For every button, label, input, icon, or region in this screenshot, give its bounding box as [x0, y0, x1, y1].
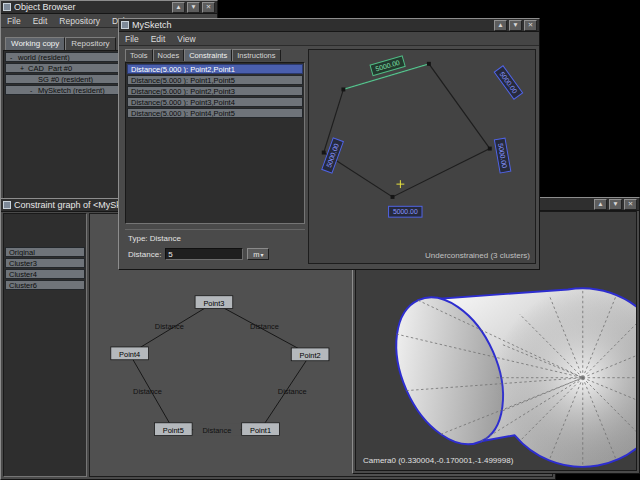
object-browser-titlebar[interactable]: Object Browser ▲ ▼ ✕ — [1, 1, 217, 14]
window-title: Object Browser — [14, 2, 76, 12]
node-label: Point4 — [119, 350, 140, 359]
sketch-svg: 5000.00 5000.00 5000.00 5000.00 — [309, 50, 535, 263]
tree-expander-icon[interactable]: + — [20, 65, 28, 72]
desktop: Object Browser ▲ ▼ ✕ File Edit Repositor… — [0, 0, 640, 480]
constraint-row[interactable]: Distance(5.000 ): Point2,Point3 — [127, 86, 303, 96]
cluster-row-cluster6[interactable]: Cluster6 — [5, 280, 85, 290]
graph-node-point3[interactable]: Point3 — [195, 296, 233, 309]
tab-working-copy[interactable]: Working copy — [5, 37, 65, 50]
edge-label: Distance — [202, 426, 231, 435]
distance-editor: Distance: m ▾ — [128, 248, 269, 260]
graph-node-point1[interactable]: Point1 — [242, 423, 280, 436]
window-controls: ▲ ▼ ✕ — [494, 20, 537, 31]
window-icon — [3, 3, 11, 11]
tree-row-label: world (resident) — [18, 53, 70, 62]
tree-row-label: CAD_Part #0 — [28, 64, 72, 73]
dropdown-arrow-icon: ▾ — [260, 251, 263, 258]
cluster-label: Cluster4 — [9, 270, 37, 279]
dimension-label[interactable]: 5000.00 — [389, 206, 422, 217]
mysketch-left-panel: Tools Nodes Constraints Instructions Dis… — [125, 49, 305, 264]
cluster-label: Cluster3 — [9, 259, 37, 268]
dimension-label[interactable]: 5000.00 — [494, 66, 522, 100]
pentagon-outline[interactable] — [324, 64, 490, 197]
constraint-label: Distance(5.000 ): Point2,Point1 — [131, 65, 235, 74]
edge-label: Distance — [278, 387, 307, 396]
distance-input[interactable] — [165, 248, 243, 260]
window-controls: ▲ ▼ ✕ — [594, 199, 637, 210]
shade-button[interactable]: ▲ — [594, 199, 607, 210]
iconify-button[interactable]: ▼ — [509, 20, 522, 31]
mysketch-titlebar[interactable]: MySketch ▲ ▼ ✕ — [119, 19, 539, 32]
tab-constraints[interactable]: Constraints — [184, 49, 232, 61]
distance-label: Distance: — [128, 250, 161, 259]
menu-edit[interactable]: Edit — [145, 34, 172, 44]
object-browser-tabs: Working copy Repository — [5, 37, 116, 50]
tree-row-label: MySketch (resident) — [38, 86, 105, 95]
window-icon — [3, 201, 11, 209]
tab-repository[interactable]: Repository — [65, 37, 115, 50]
close-button[interactable]: ✕ — [524, 20, 537, 31]
cluster-row-cluster3[interactable]: Cluster3 — [5, 258, 85, 268]
unit-dropdown[interactable]: m ▾ — [247, 248, 269, 260]
close-button[interactable]: ✕ — [624, 199, 637, 210]
tree-row-label: SG #0 (resident) — [38, 75, 93, 84]
tab-tools[interactable]: Tools — [125, 49, 153, 61]
constraint-label: Distance(5.000 ): Point4,Point5 — [131, 109, 235, 118]
iconify-button[interactable]: ▼ — [187, 2, 200, 13]
close-button[interactable]: ✕ — [202, 2, 215, 13]
constraint-label: Distance(5.000 ): Point3,Point4 — [131, 98, 235, 107]
divider — [125, 229, 305, 230]
mysketch-menubar: File Edit View — [119, 32, 539, 46]
tree-expander-icon[interactable]: - — [30, 87, 38, 94]
cluster-label: Original — [9, 248, 35, 257]
constraint-row[interactable]: Distance(5.000 ): Point2,Point1 — [127, 64, 303, 74]
constraint-list: Distance(5.000 ): Point2,Point1 Distance… — [125, 62, 305, 224]
cluster-label: Cluster6 — [9, 281, 37, 290]
window-title: MySketch — [132, 20, 172, 30]
shade-button[interactable]: ▲ — [494, 20, 507, 31]
menu-file[interactable]: File — [119, 34, 145, 44]
constraint-label: Distance(5.000 ): Point2,Point3 — [131, 87, 235, 96]
cluster-list: Original Cluster3 Cluster4 Cluster6 — [3, 213, 87, 477]
mysketch-window: MySketch ▲ ▼ ✕ File Edit View Tools Node… — [118, 18, 540, 270]
camera-readout: Camera0 (0.330004,-0.170001,-1.499998) — [363, 456, 513, 465]
unit-value: m — [253, 250, 259, 259]
graph-node-point5[interactable]: Point5 — [154, 423, 192, 436]
tab-instructions[interactable]: Instructions — [232, 49, 280, 61]
cluster-row-original[interactable]: Original — [5, 247, 85, 257]
cluster-row-cluster4[interactable]: Cluster4 — [5, 269, 85, 279]
constraint-row[interactable]: Distance(5.000 ): Point1,Point5 — [127, 75, 303, 85]
iconify-button[interactable]: ▼ — [609, 199, 622, 210]
node-label: Point1 — [250, 426, 271, 435]
mysketch-tabs: Tools Nodes Constraints Instructions — [125, 49, 305, 61]
edge-label: Distance — [250, 322, 279, 331]
node-label: Point3 — [203, 299, 224, 308]
solver-status: Underconstrained (3 clusters) — [425, 251, 530, 260]
constraint-row[interactable]: Distance(5.000 ): Point3,Point4 — [127, 97, 303, 107]
edge-label: Distance — [155, 322, 184, 331]
cursor-cross-icon — [396, 180, 404, 188]
node-label: Point2 — [300, 351, 321, 360]
constraint-type-label: Type: Distance — [128, 234, 181, 243]
tree-expander-icon[interactable]: - — [10, 54, 18, 61]
constraint-row[interactable]: Distance(5.000 ): Point4,Point5 — [127, 108, 303, 118]
menu-view[interactable]: View — [171, 34, 201, 44]
graph-node-point4[interactable]: Point4 — [111, 347, 149, 360]
window-controls: ▲ ▼ ✕ — [172, 2, 215, 13]
pentagon-vertices — [322, 62, 492, 199]
dimension-label[interactable]: 5000.00 — [494, 138, 510, 173]
edge-label: Distance — [133, 387, 162, 396]
mysketch-content: Tools Nodes Constraints Instructions Dis… — [122, 47, 536, 266]
shade-button[interactable]: ▲ — [172, 2, 185, 13]
graph-node-point2[interactable]: Point2 — [291, 348, 329, 361]
menu-repository[interactable]: Repository — [53, 16, 106, 26]
menu-file[interactable]: File — [1, 16, 27, 26]
constraint-label: Distance(5.000 ): Point1,Point5 — [131, 76, 235, 85]
node-label: Point5 — [163, 426, 184, 435]
window-icon — [121, 21, 129, 29]
dimension-label[interactable]: 5000.00 — [322, 138, 344, 173]
sketch-canvas[interactable]: 5000.00 5000.00 5000.00 5000.00 — [308, 49, 536, 264]
svg-text:5000.00: 5000.00 — [393, 208, 418, 215]
menu-edit[interactable]: Edit — [27, 16, 54, 26]
tab-nodes[interactable]: Nodes — [153, 49, 185, 61]
